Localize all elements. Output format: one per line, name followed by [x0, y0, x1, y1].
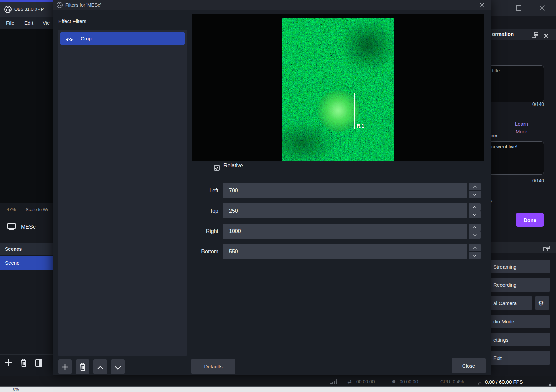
crop-top-spin-up[interactable]: [469, 203, 481, 211]
menu-bar: File Edit Vie: [0, 17, 53, 29]
virtual-camera-button[interactable]: al Camera: [490, 296, 532, 310]
screen: OBS 31.0.0 - P File Edit Vie 47% Scale t…: [0, 0, 556, 392]
crop-region-label: R:1: [357, 123, 364, 129]
fps-indicator: 0.00 / 60.00 FPS: [485, 379, 523, 385]
relative-checkbox[interactable]: [214, 165, 220, 171]
bottom-progress-strip: 0%: [0, 386, 556, 392]
settings-button[interactable]: ettings: [490, 333, 550, 346]
learn-more-line1: Learn: [510, 120, 533, 128]
menu-file[interactable]: File: [6, 17, 14, 29]
gear-icon: ⚙: [538, 299, 544, 307]
stream-info-header[interactable]: ormation: [491, 29, 556, 40]
filter-preview-area: R:1: [192, 14, 484, 161]
add-scene-button[interactable]: [3, 357, 14, 369]
crop-left-input[interactable]: [223, 183, 467, 198]
start-recording-label: Recording: [493, 282, 516, 288]
scenes-panel-header[interactable]: Scenes: [0, 243, 53, 255]
preview-zoom-level: 47%: [7, 207, 16, 212]
close-dialog-button[interactable]: Close: [452, 358, 486, 373]
controls-dock-header[interactable]: [491, 242, 556, 253]
stream-status-icon: ⇄: [347, 378, 352, 385]
stream-timer: 00:00:00: [356, 379, 375, 384]
popout-controls-icon[interactable]: [543, 245, 550, 255]
effect-filters-list[interactable]: Crop: [58, 30, 187, 356]
crop-left-spin-up[interactable]: [469, 183, 481, 190]
record-status-icon: ●: [392, 379, 395, 384]
stream-title-placeholder: title: [492, 68, 500, 73]
filters-dialog: Filters for 'MESc' Effect Filters Crop: [53, 0, 491, 375]
minimize-button[interactable]: [492, 3, 505, 14]
remove-scene-button[interactable]: [18, 357, 29, 369]
crop-top-input[interactable]: [223, 203, 467, 218]
effect-filters-heading: Effect Filters: [58, 18, 86, 24]
done-button[interactable]: Done: [516, 213, 544, 227]
stream-info-header-label: ormation: [492, 31, 514, 37]
virtual-camera-config-button[interactable]: ⚙: [535, 296, 549, 310]
visibility-eye-icon[interactable]: [66, 35, 73, 47]
move-filter-down-button[interactable]: [111, 359, 125, 374]
move-filter-up-button[interactable]: [93, 359, 107, 374]
stream-title-textarea[interactable]: title: [489, 65, 544, 102]
crop-region-rect[interactable]: [324, 93, 355, 129]
menu-view[interactable]: Vie: [43, 17, 50, 29]
drag-grip-icon: [477, 381, 482, 386]
scene-filters-button[interactable]: [33, 357, 44, 369]
field-label-left: Left: [169, 183, 218, 198]
crop-bottom-spin-up[interactable]: [469, 244, 481, 251]
start-recording-button[interactable]: Recording: [490, 278, 550, 292]
dialog-close-icon[interactable]: [477, 2, 486, 8]
learn-more-link[interactable]: Learn More: [510, 120, 533, 135]
stats-bars-icon: [330, 379, 337, 385]
main-titlebar-right: [491, 0, 556, 16]
scene-item-label: Scene: [5, 260, 20, 266]
filter-item-label: Crop: [81, 36, 92, 41]
learn-more-line2: More: [510, 128, 533, 135]
display-capture-icon: [7, 223, 16, 232]
relative-checkbox-label[interactable]: Relative: [223, 163, 243, 169]
crop-right-input[interactable]: [223, 224, 467, 239]
title-char-counter: 0/140: [523, 101, 544, 107]
studio-mode-button[interactable]: dio Mode: [490, 315, 550, 328]
filter-item-crop[interactable]: Crop: [60, 32, 185, 45]
field-label-bottom: Bottom: [169, 244, 218, 259]
start-streaming-button[interactable]: Streaming: [490, 260, 550, 273]
bottom-percent: 0%: [13, 387, 19, 392]
crop-bottom-spin-down[interactable]: [469, 252, 481, 259]
record-timer: 00:00:00: [400, 379, 418, 384]
defaults-button[interactable]: Defaults: [191, 359, 235, 374]
preview-scale-mode[interactable]: Scale to Wi: [26, 207, 48, 212]
exit-button[interactable]: Exit: [490, 351, 550, 365]
maximize-button[interactable]: [512, 3, 526, 14]
exit-label: Exit: [493, 355, 502, 361]
remove-filter-button[interactable]: [76, 359, 89, 374]
source-item-mesc[interactable]: MESc: [21, 224, 36, 230]
notification-textarea[interactable]: ci went live!: [488, 141, 544, 175]
main-window-title: OBS 31.0.0 - P: [14, 2, 44, 17]
defaults-button-label: Defaults: [204, 364, 222, 369]
status-bar: ⇄ 00:00:00 ● 00:00:00 CPU: 0.4% 0.00 / 6…: [0, 376, 556, 386]
close-dialog-label: Close: [462, 363, 475, 369]
crop-top-spin-down[interactable]: [469, 211, 481, 218]
virtual-camera-label: al Camera: [493, 300, 517, 306]
dialog-title: Filters for 'MESc': [65, 0, 101, 10]
dialog-obs-logo-icon: [56, 2, 63, 9]
studio-mode-label: dio Mode: [493, 319, 514, 324]
settings-label: ettings: [493, 337, 508, 343]
popout-dock-icon[interactable]: [532, 31, 538, 42]
dialog-titlebar[interactable]: Filters for 'MESc': [53, 0, 491, 10]
obs-logo-icon: [4, 5, 12, 15]
close-window-button[interactable]: [536, 3, 549, 14]
scene-list-item[interactable]: Scene: [0, 256, 53, 270]
main-titlebar[interactable]: OBS 31.0.0 - P: [0, 2, 53, 17]
crop-bottom-input[interactable]: [223, 244, 467, 259]
menu-edit[interactable]: Edit: [24, 17, 33, 29]
add-filter-button[interactable]: [58, 359, 72, 374]
crop-left-spin-down[interactable]: [469, 191, 481, 198]
field-label-top: Top: [169, 203, 218, 218]
notification-text: ci went live!: [491, 144, 518, 149]
right-panel: ormation title 0/140 Learn More ion: [491, 16, 556, 376]
crop-right-spin-down[interactable]: [469, 231, 481, 239]
crop-right-spin-up[interactable]: [469, 224, 481, 231]
field-label-right: Right: [169, 224, 218, 239]
close-dock-icon[interactable]: [543, 31, 549, 42]
